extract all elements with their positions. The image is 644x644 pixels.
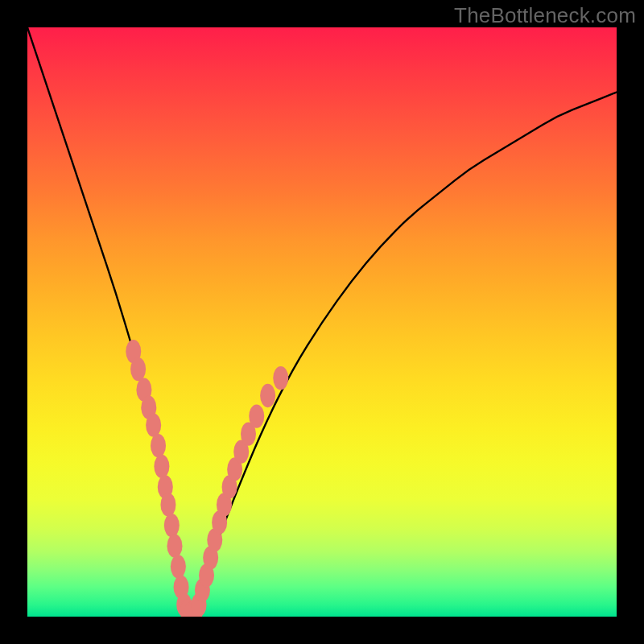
bead-right-10 bbox=[249, 404, 264, 427]
bottleneck-curve-svg bbox=[27, 27, 617, 617]
bead-left-5 bbox=[151, 434, 166, 457]
chart-frame: TheBottleneck.com bbox=[0, 0, 644, 644]
bead-left-11 bbox=[171, 555, 186, 578]
beads-right-group bbox=[195, 366, 288, 602]
beads-left-group bbox=[126, 340, 188, 599]
bead-right-11 bbox=[260, 384, 275, 407]
plot-area bbox=[27, 27, 617, 617]
bead-left-4 bbox=[146, 413, 161, 436]
bead-left-6 bbox=[154, 455, 169, 478]
bead-left-8 bbox=[160, 493, 175, 516]
bead-right-12 bbox=[273, 366, 288, 390]
bead-left-10 bbox=[167, 535, 182, 558]
bead-left-1 bbox=[130, 357, 146, 381]
watermark-text: TheBottleneck.com bbox=[454, 3, 636, 28]
bead-left-9 bbox=[164, 514, 180, 537]
bottleneck-curve-path bbox=[27, 27, 617, 613]
